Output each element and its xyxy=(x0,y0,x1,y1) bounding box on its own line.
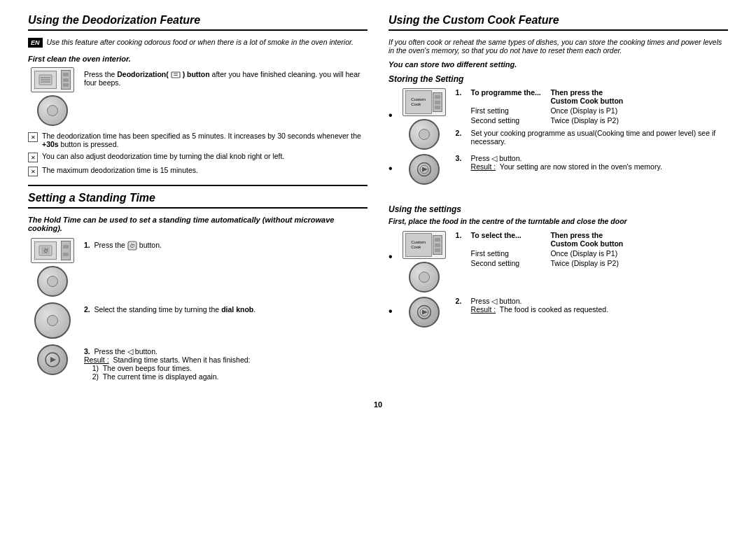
custom-cook-label-box-2: CustomCook xyxy=(405,233,432,257)
first-setting-use-value: Once (Display is P1) xyxy=(550,249,623,258)
deodorization-intro: Use this feature after cooking odorous f… xyxy=(47,38,368,48)
standing-step1-text: 1. Press the ⏱ button. xyxy=(84,238,368,251)
use-step2-text: Press ◁ button. Result : The food is coo… xyxy=(471,297,609,314)
storing-step1-table: To programme the... Then press theCustom… xyxy=(471,88,624,125)
start-btn-use xyxy=(400,297,449,328)
dial-inner-stand2 xyxy=(47,315,58,326)
storing-step1-num: 1. xyxy=(456,88,465,125)
left-divider xyxy=(28,185,368,186)
custom-cook-oven-img: CustomCook xyxy=(400,88,449,150)
svg-text:⏱: ⏱ xyxy=(43,248,48,253)
mini-panel-1 xyxy=(61,70,71,90)
bullet-icon-2: ✕ xyxy=(28,153,38,162)
programme-header: To programme the... xyxy=(471,88,544,105)
mini-screen-1 xyxy=(34,71,57,89)
mini-btn-4 xyxy=(63,245,69,248)
large-dial-stand2 xyxy=(34,302,71,339)
use-step1-content: To select the... Then press theCustom Co… xyxy=(471,231,624,267)
first-setting-label: First setting xyxy=(471,106,544,115)
use-step1-num: 1. xyxy=(456,231,465,267)
dial-inner-stand1 xyxy=(47,276,58,287)
right-column: Using the Custom Cook Feature If you oft… xyxy=(388,14,728,386)
page-number: 10 xyxy=(28,400,728,409)
start-btn-storing-icon xyxy=(409,154,440,185)
mini-btn-2 xyxy=(63,78,69,82)
mini-btn-3 xyxy=(63,83,69,87)
dial-inner-use1 xyxy=(419,272,430,283)
then-press-header: Then press theCustom Cook button xyxy=(550,88,623,105)
using-settings-section: Using the settings First, place the food… xyxy=(388,204,728,328)
bullet-row-1: ✕ The deodorization time has been specif… xyxy=(28,132,368,148)
dial-inner-1 xyxy=(47,105,58,116)
can-store-text: You can store two different setting. xyxy=(388,60,728,69)
use-device-row: • CustomCook xyxy=(388,231,728,293)
bullet-dot-1: • xyxy=(388,109,393,122)
spacer xyxy=(388,189,728,197)
left-column: Using the Deodorization Feature EN Use t… xyxy=(28,14,368,386)
bullet-text-3: The maximum deodorization time is 15 min… xyxy=(42,166,368,174)
mini-screen-2: ⏱ xyxy=(34,241,57,260)
standing-time-section: Setting a Standing Time The Hold Time ca… xyxy=(28,192,368,381)
use-step2-row: • 2. Press ◁ button. xyxy=(388,297,728,328)
storing-step3-num: 3. xyxy=(456,154,465,171)
custom-cook-section: Using the Custom Cook Feature If you oft… xyxy=(388,14,728,185)
mini-btn-6 xyxy=(435,95,440,99)
bullet-dot-4: • xyxy=(388,305,393,318)
mini-btn-1 xyxy=(63,73,69,76)
standing-step2-row: 2. Select the standing time by turning t… xyxy=(28,302,368,339)
bullet-icon-3: ✕ xyxy=(28,167,38,176)
use-step2: 2. Press ◁ button. Result : The food is … xyxy=(456,297,728,314)
mini-oven-1 xyxy=(31,67,74,92)
storing-step3: 3. Press ◁ button. Result : Your setting… xyxy=(456,154,728,171)
first-place-text: First, place the food in the centre of t… xyxy=(388,217,728,225)
result-label-use: Result : xyxy=(471,305,496,314)
first-setting-use-label: First setting xyxy=(471,249,544,258)
bullet-dot-3: • xyxy=(388,251,393,263)
standing-time-title: Setting a Standing Time xyxy=(28,192,368,209)
bullet-text-2: You can also adjust deodorization time b… xyxy=(42,152,368,160)
svg-text:⏱: ⏱ xyxy=(130,243,135,249)
dial-image-standing2 xyxy=(28,302,77,339)
second-setting-use-value: Twice (Display is P2) xyxy=(550,259,623,267)
en-badge: EN xyxy=(28,38,43,48)
second-setting-use-label: Second setting xyxy=(471,259,544,267)
custom-cook-label: CustomCook xyxy=(411,97,426,107)
storing-step3-text: Press ◁ button. Result : Your setting ar… xyxy=(471,154,662,171)
deodorization-title: Using the Deodorization Feature xyxy=(28,14,368,31)
deodorization-intro-box: EN Use this feature after cooking odorou… xyxy=(28,38,368,48)
mini-oven-3: CustomCook xyxy=(402,88,446,116)
oven-image-standing1: ⏱ xyxy=(28,238,77,297)
storing-step3-row: • 3. Press ◁ button. xyxy=(388,154,728,185)
standing-step3-row: 3. Press the ◁ button. Result : Standing… xyxy=(28,344,368,381)
using-settings-heading: Using the settings xyxy=(388,204,728,214)
start-btn-use-icon xyxy=(409,297,440,328)
storing-step3-content: 3. Press ◁ button. Result : Your setting… xyxy=(456,154,728,175)
bullet-icon-1: ✕ xyxy=(28,132,38,142)
custom-cook-title: Using the Custom Cook Feature xyxy=(388,14,728,31)
storing-step2-num: 2. xyxy=(456,129,465,146)
dial-knob-use1 xyxy=(409,262,440,293)
mini-btn-9 xyxy=(435,238,440,241)
use-step2-content: 2. Press ◁ button. Result : The food is … xyxy=(456,297,728,318)
deodorization-device-row: Press the Deodorization( ) button after … xyxy=(28,67,368,126)
start-button-icon xyxy=(37,344,68,375)
deodorization-press-text: Press the Deodorization( ) button after … xyxy=(84,67,368,87)
mini-btn-11 xyxy=(435,248,440,252)
start-btn-storing xyxy=(400,154,449,185)
custom-cook-oven-img-2: CustomCook xyxy=(400,231,449,293)
start-btn-image xyxy=(28,344,77,375)
mini-panel-4 xyxy=(433,235,442,255)
dial-knob-custom1 xyxy=(409,119,440,150)
standing-step1-row: ⏱ 1. Press the ⏱ butt xyxy=(28,238,368,297)
storing-step2-text: Set your cooking programme as usual(Cook… xyxy=(471,129,728,146)
first-clean-heading: First clean the oven interior. xyxy=(28,55,368,63)
oven-image-deodorization xyxy=(28,67,77,126)
standing-step2-text: 2. Select the standing time by turning t… xyxy=(84,302,368,314)
custom-cook-intro: If you often cook or reheat the same typ… xyxy=(388,38,728,55)
storing-steps: 1. To programme the... Then press theCus… xyxy=(456,88,728,150)
mini-btn-10 xyxy=(435,244,440,247)
use-step1-table: To select the... Then press theCustom Co… xyxy=(471,231,624,267)
first-setting-value: Once (Display is P1) xyxy=(550,106,623,115)
hold-time-text: The Hold Time can be used to set a stand… xyxy=(28,216,368,232)
bullet-row-2: ✕ You can also adjust deodorization time… xyxy=(28,152,368,162)
